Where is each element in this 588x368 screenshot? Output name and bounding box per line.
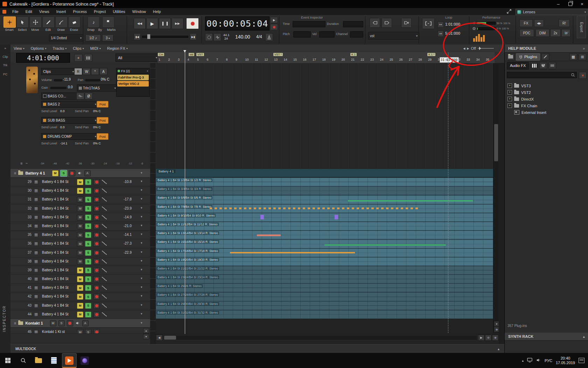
track-row[interactable]: 33 ▦ Battery 4 1 B4 St M S -14.9 ▾ — [10, 213, 150, 222]
mute-button[interactable]: M — [77, 285, 83, 291]
menu-item[interactable]: Views — [36, 9, 53, 14]
instruments-icon[interactable] — [530, 62, 538, 69]
automation-icon[interactable] — [102, 206, 107, 211]
refresh-audio-button[interactable]: R! — [559, 19, 570, 27]
playhead[interactable] — [185, 50, 185, 334]
automation-icon[interactable] — [102, 268, 107, 272]
track-view-menu-item[interactable]: Clips▾ — [70, 46, 87, 50]
synth-rack-header[interactable]: SYNTH RACK▴ — [505, 333, 588, 341]
mute-button[interactable]: M — [77, 232, 83, 238]
mute-button[interactable]: M — [77, 276, 83, 282]
drag-handle-icon[interactable]: ≡ — [14, 321, 16, 325]
scroll-down-icon[interactable]: ▾ — [494, 321, 499, 327]
track-row[interactable]: 34 ▦ Battery 4 1 B4 St M S -21.0 ▾ — [10, 222, 150, 231]
expand-icon[interactable]: + — [507, 83, 512, 88]
track-row[interactable]: 42 ▦ Battery 4 1 B4 St M S ▾ — [10, 292, 150, 301]
chevron-down-icon[interactable]: ▾ — [141, 197, 142, 200]
automation-icon[interactable] — [102, 259, 107, 264]
drag-handle-icon[interactable]: ≡ — [14, 171, 16, 175]
bypass-icon[interactable]: ◀▶ — [534, 19, 544, 27]
chevron-down-icon[interactable]: ▾ — [141, 303, 142, 307]
pane-divider[interactable] — [150, 63, 156, 333]
timeline-marker[interactable]: VST * — [273, 53, 283, 56]
track-image-bass[interactable] — [26, 67, 38, 93]
chevron-down-icon[interactable]: ▾ — [141, 277, 142, 280]
double-speed-button[interactable]: 2x — [550, 29, 561, 37]
mute-button[interactable]: M — [50, 320, 56, 326]
ei-vel-field[interactable] — [319, 31, 335, 38]
mini-play-button[interactable]: ▶ — [270, 17, 278, 23]
solo-button[interactable]: S — [85, 241, 91, 247]
vertical-scrollbar-thumb[interactable] — [494, 124, 498, 161]
mute-button[interactable]: M — [77, 267, 83, 273]
chevron-down-icon[interactable]: ▾ — [141, 179, 142, 183]
clip[interactable]: Battery 4 1 B4 St 13/14/B4 St 13/14 R: S… — [156, 231, 493, 239]
clips-pane[interactable]: Battery 4 1 Battery 4 1 B4 St 1/2/B4 St … — [156, 63, 499, 344]
fullscreen-icon[interactable] — [507, 9, 511, 14]
network-icon[interactable] — [527, 358, 532, 363]
clip[interactable]: Battery 4 1 B4 St 19/20/B4 St 19/20 R: S… — [156, 257, 493, 266]
chevron-down-icon[interactable]: ▾ — [141, 268, 142, 271]
media-app-taskbar-icon[interactable] — [78, 354, 92, 368]
sample-rate[interactable]: 44.1 — [223, 33, 230, 37]
chevron-down-icon[interactable]: ▾ — [141, 188, 142, 192]
pdc-button[interactable]: PDC — [519, 29, 534, 37]
taskbar-search-button[interactable] — [15, 353, 31, 368]
track-row[interactable]: 32 ▦ Battery 4 1 B4 St M S -23.9 ▾ — [10, 204, 150, 213]
snap-by-button[interactable] — [102, 16, 114, 28]
clear-search-icon[interactable]: × — [579, 72, 587, 79]
menu-item[interactable]: Window — [129, 9, 149, 14]
expand-icon[interactable]: + — [507, 90, 512, 95]
timeline-ruler[interactable]: CmvstVSTVST *K 1K 1 * 123456789101112131… — [157, 52, 495, 63]
automation-icon[interactable] — [102, 224, 107, 228]
play-button[interactable]: ▶ — [146, 18, 158, 29]
transport-slider-handle[interactable] — [147, 34, 150, 39]
send-level-value[interactable]: -14.1 — [60, 142, 68, 145]
chevron-down-icon[interactable]: ▾ — [141, 171, 142, 175]
track-scroll-spinner[interactable]: ▴▾ — [143, 328, 149, 339]
send-level-value[interactable]: 0.0 — [60, 109, 65, 113]
automation-icon[interactable] — [102, 304, 107, 308]
clip[interactable]: Battery 4 1 B4 St 15/16/B4 St 15/16 R: S… — [156, 239, 493, 248]
record-arm-button[interactable] — [93, 329, 100, 334]
clip[interactable]: Battery 4 1 B4 St 31/32/B4 St 31/32 R: S… — [156, 310, 493, 319]
automation-icon[interactable] — [102, 197, 107, 202]
zoom-slider[interactable] — [478, 48, 494, 49]
send-destination-dropdown[interactable]: DRUMS COMP▾ — [41, 133, 98, 140]
plugin-tree-item[interactable]: + External Insert — [507, 109, 584, 116]
solo-button[interactable]: S — [58, 320, 65, 326]
fx-plugin-chip[interactable]: Vertigo VSC-2 — [117, 81, 149, 87]
clip[interactable]: Battery 4 1 B4 St 25/26 R: Stereo — [156, 284, 493, 292]
automation-icon[interactable] — [102, 251, 107, 255]
rewind-button[interactable]: ◀◀ — [134, 18, 146, 29]
gain-value[interactable]: 0.0 — [68, 85, 73, 89]
undock-icon[interactable]: ⊞ — [579, 53, 586, 60]
clip[interactable]: Battery 4 1 B4 St 9/10/B4 St 9/10 R: Ste… — [156, 213, 493, 222]
bit-depth[interactable]: 24 — [224, 37, 228, 40]
menu-item[interactable]: Process — [69, 9, 90, 14]
mute-button[interactable]: M — [77, 312, 83, 318]
loop-end-time[interactable]: 5:01:000 — [445, 31, 460, 35]
chevron-down-icon[interactable]: ▾ — [141, 312, 142, 315]
archive-button[interactable]: A — [99, 68, 107, 75]
solo-button[interactable]: S — [85, 285, 91, 291]
automation-icon[interactable] — [102, 215, 107, 219]
track-row[interactable]: 44 ▦ Battery 4 1 B4 St M S ▾ — [10, 310, 150, 319]
track-row[interactable]: 43 ▦ Battery 4 1 B4 St M S ▾ — [10, 301, 150, 310]
timeline-marker[interactable]: K 1 — [350, 53, 357, 56]
pause-button[interactable] — [159, 18, 171, 29]
input-dropdown[interactable]: TrIn1TrIAS▾ — [77, 84, 118, 91]
clip[interactable]: Battery 4 1 B4 St 29/30/B4 St 29/30 R: S… — [156, 301, 493, 310]
clip[interactable]: Battery 4 1 B4 St 27/28/B4 St 27/28 R: S… — [156, 292, 493, 301]
phase-button[interactable]: Ø — [85, 93, 93, 100]
mute-button[interactable]: M — [77, 188, 83, 194]
folder-track-battery[interactable]: ≡ Battery 4 1 M S A ▾ — [10, 169, 150, 178]
notes-tab-icon[interactable] — [541, 53, 549, 60]
folder-clip-bar[interactable]: Battery 4 1 — [156, 169, 493, 177]
track-filter-dropdown[interactable]: All▾ — [115, 54, 160, 62]
timeline-marker[interactable]: K 1 * — [427, 53, 435, 56]
track-row[interactable]: 31 ▦ Battery 4 1 B4 St M S -17.8 ▾ — [10, 195, 150, 204]
post-fader-button[interactable]: Post — [97, 101, 108, 108]
notepad-taskbar-icon[interactable] — [47, 354, 61, 368]
nudge-right-icon[interactable]: ▶ — [467, 47, 469, 50]
